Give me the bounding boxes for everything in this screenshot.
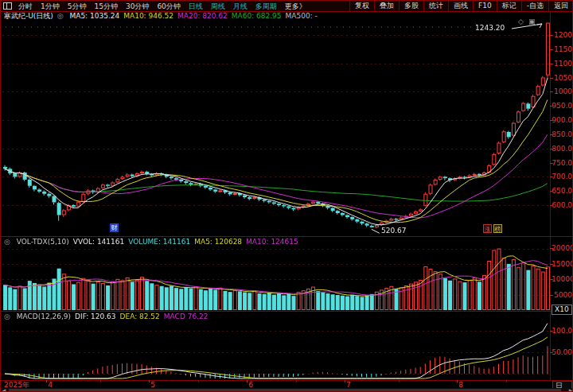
menu-F10[interactable]: F10 <box>473 1 497 11</box>
indicator-value: MACD 76.22 <box>164 312 209 320</box>
axis-tick <box>550 248 553 249</box>
axis-tick-label: 15000 <box>552 260 572 268</box>
tab-15分钟[interactable]: 15分钟 <box>90 2 121 11</box>
indicator-toggle-icon[interactable]: ◎ <box>4 238 10 246</box>
scroll-right-arrow[interactable]: ▶ <box>567 388 573 392</box>
tab-更多》[interactable]: 更多》 <box>281 2 310 11</box>
indicator-value: MA10: 946.52 <box>123 12 173 20</box>
axis-tick-label: 600.0 <box>552 201 572 209</box>
axis-tick-label: 5000 <box>552 291 572 299</box>
panel-icon[interactable]: ▣ <box>528 17 536 25</box>
indicator-toggle-icon[interactable]: ◎ <box>4 312 10 320</box>
volume-multiplier-label: X10 <box>552 305 572 315</box>
low-price-marker: 520.67 <box>381 227 407 235</box>
menu-画线[interactable]: 画线 <box>448 1 473 11</box>
indicator-toggle-icon[interactable]: ◎ <box>57 12 64 20</box>
high-price-marker: 1243.20 <box>475 24 505 32</box>
indicator-value: MA60: 682.95 <box>232 12 282 20</box>
toolbar: 分时1分钟5分钟15分钟30分钟60分钟日线周线月线多周期更多》 复权叠加多股统… <box>1 1 573 12</box>
axis-tick <box>550 134 553 135</box>
time-tick <box>345 380 345 382</box>
time-tick <box>247 380 248 382</box>
indicator-value: VVOL: 141161 <box>73 238 125 246</box>
time-minor-tick <box>399 380 400 382</box>
indicator-value: MA5: 1035.24 <box>69 12 119 20</box>
tab-1分钟[interactable]: 1分钟 <box>37 2 64 11</box>
menu-返回[interactable]: 返回 <box>548 1 573 11</box>
tab-多周期[interactable]: 多周期 <box>251 2 281 11</box>
scroll-left-arrow[interactable]: ◀ <box>1 388 7 392</box>
window-split-icon[interactable] <box>3 2 12 10</box>
menu-标记[interactable]: 标记 <box>497 1 521 11</box>
time-minor-tick <box>506 380 507 382</box>
axis-tick <box>550 264 553 265</box>
tab-日线[interactable]: 日线 <box>185 2 207 11</box>
main-chart-canvas[interactable] <box>2 21 550 236</box>
diamond-icon[interactable]: ◇ <box>518 17 524 25</box>
volume-chart-canvas[interactable] <box>2 237 550 311</box>
volume-indicator-header: ◎ VOL-TDX(5,10)VVOL: 141161VOLUME: 14116… <box>4 238 302 246</box>
menu--自选[interactable]: -自选 <box>521 1 548 11</box>
menu-复权[interactable]: 复权 <box>349 1 374 11</box>
tab-分时[interactable]: 分时 <box>14 2 37 11</box>
time-minor-tick <box>296 380 297 382</box>
period-tabs: 分时1分钟5分钟15分钟30分钟60分钟日线周线月线多周期更多》 <box>14 2 310 11</box>
macd-chart-canvas[interactable] <box>2 312 550 380</box>
macd-indicator-header: ◎ MACD(12,26,9)DIF: 120.63DEA: 82.52MACD… <box>4 312 212 321</box>
axis-tick <box>550 177 553 177</box>
axis-tick <box>550 205 553 206</box>
tab-60分钟[interactable]: 60分钟 <box>153 2 184 11</box>
indicator-value: VOLUME: 141161 <box>128 238 190 246</box>
axis-tick-label: 800.0 <box>552 145 572 153</box>
tab-5分钟[interactable]: 5分钟 <box>64 2 91 11</box>
indicator-value: DEA: 82.52 <box>120 312 160 320</box>
pane-divider <box>1 311 573 312</box>
main-indicator-header: 寒武纪-U(日线) ◎ MA5: 1035.24MA10: 946.52MA20… <box>4 12 322 21</box>
axis-tick <box>550 331 553 332</box>
menu-多股[interactable]: 多股 <box>399 1 423 11</box>
symbol-title: 寒武纪-U(日线) <box>4 12 53 20</box>
axis-tick-label: 10000 <box>552 275 572 283</box>
tab-30分钟[interactable]: 30分钟 <box>122 2 153 11</box>
menu-叠加[interactable]: 叠加 <box>374 1 399 11</box>
indicator-value: VOL-TDX(5,10) <box>17 238 69 246</box>
axis-tick <box>550 191 553 192</box>
axis-tick <box>550 279 553 280</box>
action-menu: 复权叠加多股统计画线F10标记-自选返回 <box>349 1 573 11</box>
axis-tick-label: 850.0 <box>552 130 572 138</box>
price-axis-line <box>550 11 551 380</box>
axis-tick-label: 50.00 <box>552 348 572 356</box>
axis-tick <box>550 78 553 79</box>
axis-tick-label: 1200 <box>552 31 572 39</box>
scrollbar-thumb[interactable] <box>9 389 561 392</box>
axis-tick <box>550 295 553 296</box>
time-minor-tick <box>198 380 199 382</box>
pane-divider <box>1 380 573 381</box>
axis-tick-label: 1050 <box>552 74 572 82</box>
axis-tick <box>550 352 553 353</box>
indicator-value: MA10: 124615 <box>246 238 298 246</box>
limit-up-badge[interactable]: 涨 <box>483 224 492 233</box>
axis-tick <box>550 35 553 36</box>
axis-tick-label: 700.0 <box>552 173 572 180</box>
indicator-value: MA5: 120628 <box>194 238 242 246</box>
axis-tick-label: 950.0 <box>552 102 572 110</box>
axis-tick <box>550 120 553 121</box>
financial-report-badge[interactable]: 财 <box>110 223 119 232</box>
indicator-value: DIF: 120.63 <box>75 312 115 320</box>
axis-tick <box>550 163 553 164</box>
tab-周线[interactable]: 周线 <box>207 2 229 11</box>
indicator-value: MACD(12,26,9) <box>17 312 71 320</box>
axis-tick-label: 1000 <box>552 87 572 95</box>
time-tick <box>457 380 458 382</box>
axis-tick-label: 1150 <box>552 45 572 53</box>
indicator-value: MA20: 820.62 <box>177 12 228 20</box>
axis-tick-label: 20000 <box>552 244 572 252</box>
axis-tick <box>550 106 553 107</box>
indicator-value: MA500: - <box>286 12 318 20</box>
menu-统计[interactable]: 统计 <box>423 1 448 11</box>
ranking-list-badge[interactable]: 榜 <box>493 224 502 233</box>
tab-月线[interactable]: 月线 <box>229 2 251 11</box>
time-minor-tick <box>100 380 101 382</box>
chart-scrollbar[interactable]: ◀ ▶ <box>1 388 573 392</box>
